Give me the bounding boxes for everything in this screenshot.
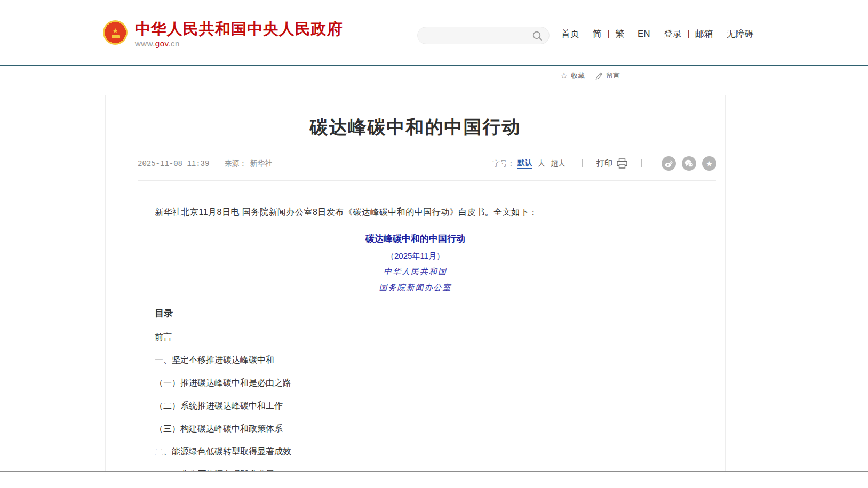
nav-traditional[interactable]: 繁 [608,30,631,38]
site-title: 中华人民共和国中央人民政府 [135,20,343,37]
page-bottom-divider [0,471,868,472]
logo-text: 中华人民共和国中央人民政府 www.gov.cn [135,20,343,48]
quick-action-row: ☆ 收藏 留言 [0,66,868,95]
toc-item: 一、坚定不移推进碳达峰碳中和 [138,354,693,366]
article-meta-row: 2025-11-08 11:39 来源： 新华社 字号： 默认 大 超大 打印 [138,156,716,181]
url-gov: gov [155,39,169,48]
source-label: 来源： [224,159,246,169]
intro-paragraph: 新华社北京11月8日电 国务院新闻办公室8日发布《碳达峰碳中和的中国行动》白皮书… [138,206,693,218]
wechat-icon [684,159,694,168]
document-date: （2025年11月） [138,250,693,261]
document-org-line1: 中华人民共和国 [138,266,693,277]
emblem-gate-icon [112,35,120,38]
font-size-default[interactable]: 默认 [517,158,532,169]
page: ★ 中华人民共和国中央人民政府 www.gov.cn 首页 简 繁 EN 登录 [0,0,868,488]
print-button[interactable]: 打印 [596,158,627,169]
message-label: 留言 [606,71,620,81]
nav-login[interactable]: 登录 [657,30,688,38]
nav-accessibility[interactable]: 无障碍 [720,30,760,38]
toc-heading: 目录 [138,307,693,320]
national-emblem-icon: ★ [103,20,128,45]
nav-mail[interactable]: 邮箱 [688,30,720,38]
share-qzone-button[interactable]: ★ [702,156,716,171]
share-weibo-button[interactable] [662,156,676,171]
publish-date: 2025-11-08 11:39 [138,159,209,168]
site-url: www.gov.cn [135,39,343,48]
share-wechat-button[interactable] [682,156,696,171]
search-icon[interactable] [532,30,543,41]
favorite-label: 收藏 [571,71,585,81]
article-card: 碳达峰碳中和的中国行动 2025-11-08 11:39 来源： 新华社 字号：… [105,95,726,471]
pencil-icon [595,72,603,80]
url-www: www. [135,39,155,48]
nav-english[interactable]: EN [631,30,657,38]
top-nav: 首页 简 繁 EN 登录 邮箱 无障碍 [555,30,760,38]
tools-separator [641,159,642,167]
print-label: 打印 [596,158,612,169]
toc-item: （二）系统推进碳达峰碳中和工作 [138,400,693,412]
search-box[interactable] [417,27,550,44]
toc-item: （三）构建碳达峰碳中和政策体系 [138,423,693,435]
weibo-icon [664,159,673,168]
article-body: 新华社北京11月8日电 国务院新闻办公室8日发布《碳达峰碳中和的中国行动》白皮书… [138,206,693,471]
message-button[interactable]: 留言 [595,71,620,81]
star-icon: ☆ [560,72,568,79]
font-size-xlarge[interactable]: 超大 [551,159,566,169]
site-header: ★ 中华人民共和国中央人民政府 www.gov.cn 首页 简 繁 EN 登录 [0,0,868,65]
toc-item: 前言 [138,331,693,343]
toc-item: 二、能源绿色低碳转型取得显著成效 [138,446,693,458]
nav-home[interactable]: 首页 [555,30,586,38]
article-tools: 字号： 默认 大 超大 打印 [492,156,716,171]
site-logo[interactable]: ★ 中华人民共和国中央人民政府 www.gov.cn [103,20,343,48]
nav-simplified[interactable]: 简 [586,30,608,38]
font-size-large[interactable]: 大 [538,159,545,169]
font-size-label: 字号： [492,159,515,169]
qzone-star-icon: ★ [706,160,713,167]
document-org-line2: 国务院新闻办公室 [138,282,693,293]
tools-separator [582,159,583,167]
emblem-star-icon: ★ [112,27,118,34]
article-source[interactable]: 新华社 [250,159,272,169]
search-input[interactable] [424,31,532,40]
toc-item: （一）推进碳达峰碳中和是必由之路 [138,377,693,389]
article-title: 碳达峰碳中和的中国行动 [106,116,725,138]
favorite-button[interactable]: ☆ 收藏 [560,71,585,81]
printer-icon [617,158,627,169]
url-cn: .cn [168,39,180,48]
document-title: 碳达峰碳中和的中国行动 [138,233,693,245]
